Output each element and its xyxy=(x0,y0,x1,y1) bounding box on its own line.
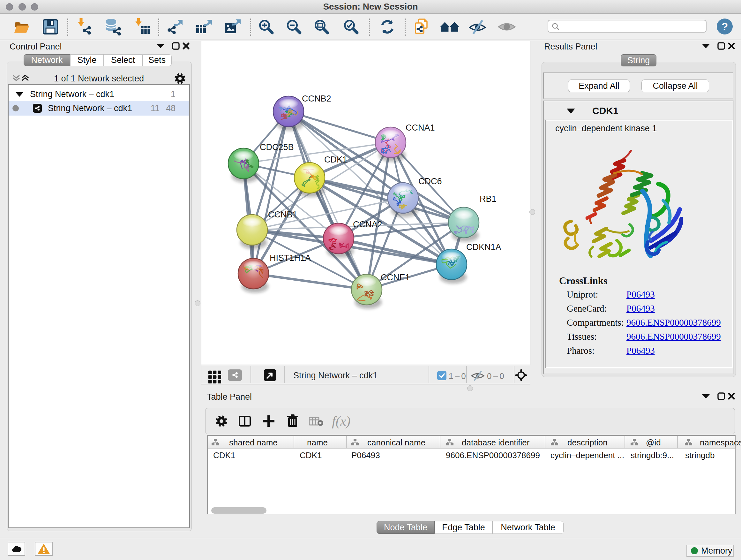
svg-text:CCNA1: CCNA1 xyxy=(406,123,435,132)
svg-text:HIST1H1A: HIST1H1A xyxy=(270,253,311,263)
svg-text:CDC6: CDC6 xyxy=(418,177,442,186)
svg-text:RB1: RB1 xyxy=(480,194,496,204)
svg-text:CDC25B: CDC25B xyxy=(260,142,294,152)
svg-text:CCNB2: CCNB2 xyxy=(302,94,331,104)
svg-text:CCNB1: CCNB1 xyxy=(268,210,297,219)
svg-text:CCNE1: CCNE1 xyxy=(381,273,410,282)
svg-text:CDKN1A: CDKN1A xyxy=(466,242,501,252)
svg-text:CCNA2: CCNA2 xyxy=(353,220,382,229)
svg-text:CDK1: CDK1 xyxy=(324,155,347,165)
